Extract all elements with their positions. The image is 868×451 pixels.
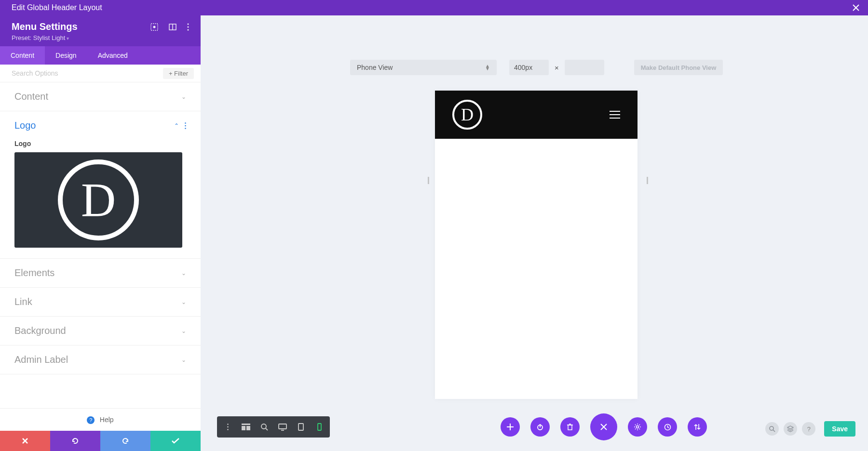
svg-rect-13 — [242, 424, 250, 425]
accordion-background: Background ⌄ — [0, 317, 201, 345]
hover-icon[interactable] — [150, 23, 158, 31]
svg-point-1 — [153, 26, 156, 28]
settings-title: Menu Settings — [12, 21, 78, 32]
accordion-label: Content — [14, 91, 48, 102]
accordion-content: Content ⌄ — [0, 82, 201, 111]
hamburger-icon[interactable] — [610, 111, 620, 119]
history-icon[interactable] — [658, 417, 677, 437]
chevron-down-icon: ⌄ — [181, 270, 186, 277]
accordion-label: Background — [14, 325, 66, 336]
accordion-label: Admin Label — [14, 354, 68, 365]
layers-icon[interactable] — [784, 422, 797, 436]
make-default-button[interactable]: Make Default Phone View — [634, 60, 723, 75]
chevron-down-icon: ⌄ — [181, 357, 186, 363]
resize-handle-right[interactable]: || — [644, 170, 649, 191]
app-title-bar: Edit Global Header Layout — [0, 0, 868, 15]
columns-icon[interactable] — [169, 23, 176, 31]
zoom-icon[interactable] — [256, 419, 273, 435]
redo-button[interactable] — [100, 431, 150, 451]
svg-point-9 — [185, 128, 186, 129]
svg-rect-15 — [246, 426, 250, 430]
gear-icon[interactable] — [628, 417, 647, 437]
toolbar-more-icon[interactable] — [219, 419, 236, 435]
svg-rect-24 — [568, 425, 572, 430]
confirm-button[interactable] — [150, 431, 201, 451]
dimension-x-icon: × — [555, 64, 559, 72]
accordion-label: Link — [14, 296, 32, 307]
more-icon[interactable] — [185, 122, 186, 129]
accordion-link: Link ⌄ — [0, 288, 201, 317]
phone-preview: D — [435, 91, 637, 399]
width-input[interactable]: 400px — [509, 60, 549, 75]
accordion-elements: Elements ⌄ — [0, 259, 201, 288]
sort-icon[interactable] — [688, 417, 707, 437]
app-title: Edit Global Header Layout — [12, 3, 102, 12]
trash-icon[interactable] — [560, 417, 580, 437]
help-row[interactable]: ? Help — [0, 408, 201, 431]
svg-rect-20 — [298, 424, 303, 430]
preview-logo-letter: D — [461, 105, 474, 125]
tab-content[interactable]: Content — [0, 46, 45, 65]
svg-rect-21 — [318, 424, 321, 430]
svg-point-12 — [227, 429, 229, 430]
accordion-toggle-content[interactable]: Content ⌄ — [0, 82, 201, 111]
preview-logo: D — [452, 100, 482, 130]
add-button[interactable] — [501, 417, 520, 437]
accordion-toggle-elements[interactable]: Elements ⌄ — [0, 259, 201, 287]
settings-sidebar: Menu Settings Preset: Stylist Light Cont… — [0, 15, 201, 451]
view-select[interactable]: Phone View ▲▼ — [350, 60, 497, 75]
view-select-label: Phone View — [357, 64, 393, 71]
tablet-icon[interactable] — [292, 419, 310, 435]
accordion-logo: Logo ⌃ Logo D — [0, 111, 201, 259]
settings-tabs: Content Design Advanced — [0, 46, 201, 65]
phone-icon[interactable] — [311, 419, 328, 435]
height-input[interactable] — [565, 60, 604, 75]
svg-point-16 — [261, 424, 266, 429]
discard-button[interactable] — [0, 431, 50, 451]
device-toolbar — [217, 416, 330, 438]
power-icon[interactable] — [530, 417, 550, 437]
tab-design[interactable]: Design — [45, 46, 87, 65]
logo-image-field[interactable]: D — [14, 152, 182, 248]
accordion-toggle-background[interactable]: Background ⌄ — [0, 317, 201, 345]
wireframe-icon[interactable] — [237, 419, 255, 435]
more-icon[interactable] — [187, 23, 189, 31]
search-input[interactable]: Search Options — [7, 67, 163, 79]
svg-point-4 — [188, 23, 189, 25]
select-arrows-icon: ▲▼ — [485, 65, 490, 70]
svg-point-11 — [227, 426, 229, 428]
accordion-admin-label: Admin Label ⌄ — [0, 345, 201, 374]
svg-point-8 — [185, 125, 186, 126]
search-mini-icon[interactable] — [765, 422, 779, 436]
close-builder-button[interactable] — [590, 413, 617, 440]
logo-section-body: Logo D — [0, 140, 201, 258]
svg-line-17 — [266, 428, 268, 430]
mobile-header: D — [435, 91, 637, 139]
filter-button[interactable]: Filter — [163, 68, 194, 79]
desktop-icon[interactable] — [274, 419, 291, 435]
resize-handle-left[interactable]: || — [425, 170, 430, 191]
builder-main-actions — [501, 413, 707, 440]
preset-dropdown[interactable]: Preset: Stylist Light — [12, 34, 189, 41]
chevron-down-icon: ⌄ — [181, 328, 186, 334]
accordion-label: Logo — [14, 120, 36, 131]
tab-advanced[interactable]: Advanced — [87, 46, 138, 65]
undo-button[interactable] — [50, 431, 100, 451]
builder-right-actions: ? Save — [765, 421, 855, 437]
sidebar-footer — [0, 431, 201, 451]
search-filter-row: Search Options Filter — [0, 65, 201, 82]
svg-point-5 — [188, 26, 189, 27]
chevron-down-icon: ⌄ — [181, 299, 186, 305]
accordion-toggle-link[interactable]: Link ⌄ — [0, 288, 201, 316]
accordion-toggle-logo[interactable]: Logo ⌃ — [0, 111, 201, 140]
accordion-label: Elements — [14, 267, 54, 279]
accordion-toggle-admin-label[interactable]: Admin Label ⌄ — [0, 345, 201, 374]
close-icon[interactable] — [853, 4, 859, 11]
accordion-area: Content ⌄ Logo ⌃ Logo D — [0, 82, 201, 408]
chevron-down-icon: ⌄ — [181, 93, 186, 100]
logo-circle: D — [58, 159, 139, 240]
svg-point-29 — [770, 426, 773, 430]
svg-point-7 — [185, 122, 186, 124]
save-button[interactable]: Save — [824, 421, 855, 437]
help-mini-icon[interactable]: ? — [802, 422, 815, 436]
